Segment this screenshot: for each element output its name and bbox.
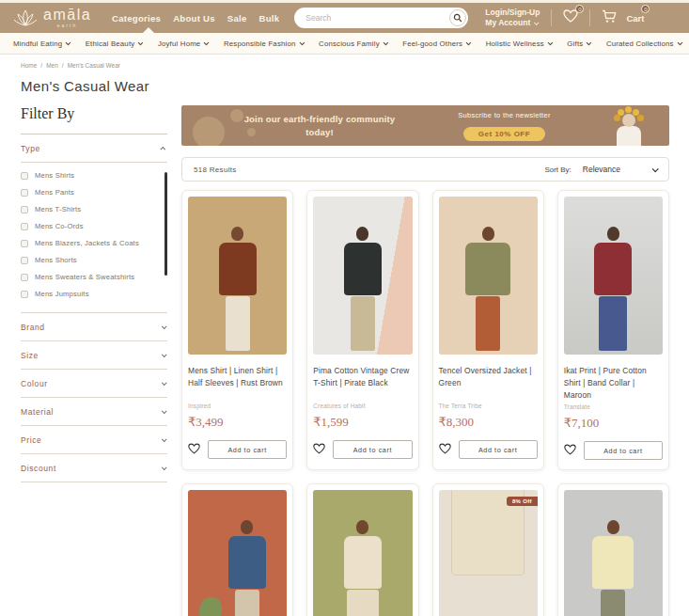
discount-badge: 8% Off <box>507 497 538 506</box>
product-card[interactable]: Mens Shirt | Linen Shirt | Half Sleeves … <box>181 190 293 470</box>
content-area: Home / Men / Men's Casual Wear Men's Cas… <box>0 55 689 616</box>
product-card[interactable] <box>181 483 293 616</box>
filter-option-mens-shirts[interactable]: Mens Shirts <box>21 171 167 180</box>
page: amāla earth Categories About Us Sale Bul… <box>0 0 689 616</box>
product-card[interactable]: Tencel Oversized Jacket | Green The Terr… <box>432 190 544 470</box>
heart-icon <box>564 444 576 458</box>
wishlist-button[interactable]: 0 <box>563 9 578 26</box>
login-signup-label: Login/Sign-Up <box>485 8 540 18</box>
heart-icon <box>313 443 325 457</box>
product-card[interactable]: 8% Off <box>432 483 544 616</box>
banner-decoration <box>193 117 225 146</box>
wishlist-toggle[interactable] <box>439 443 451 457</box>
filter-section-material[interactable]: Material <box>21 398 167 426</box>
account-menu[interactable]: Login/Sign-Up My Account <box>485 8 540 28</box>
filter-option-mens-shorts[interactable]: Mens Shorts <box>21 256 167 264</box>
filter-option-mens-tshirts[interactable]: Mens T-Shirts <box>21 205 167 213</box>
nav-about-us[interactable]: About Us <box>173 13 215 24</box>
chevron-down-icon <box>652 166 659 172</box>
results-bar: 518 Results Sort By: Relevance <box>181 157 669 182</box>
product-title[interactable]: Pima Cotton Vintage Crew T-Shirt | Pirat… <box>313 365 412 401</box>
filter-option-mens-blazers[interactable]: Mens Blazers, Jackets & Coats <box>21 239 167 247</box>
heart-icon <box>439 443 451 457</box>
checkbox[interactable] <box>21 240 28 247</box>
product-image <box>564 490 663 616</box>
site-header: amāla earth Categories About Us Sale Bul… <box>0 3 689 33</box>
filter-section-brand[interactable]: Brand <box>21 313 167 341</box>
search-icon <box>453 11 462 25</box>
product-brand: Translate <box>564 403 663 410</box>
checkbox[interactable] <box>21 291 28 298</box>
wishlist-toggle[interactable] <box>313 443 325 457</box>
sort-dropdown[interactable]: Sort By: Relevance <box>544 165 657 174</box>
subnav-item-gifts[interactable]: Gifts <box>567 39 590 48</box>
subnav-item-mindful-eating[interactable]: Mindful Eating <box>13 39 70 48</box>
breadcrumb-current: Men's Casual Wear <box>68 62 120 69</box>
chevron-down-icon <box>66 40 70 45</box>
categories-menu-caret <box>143 27 154 33</box>
checkbox[interactable] <box>21 172 28 180</box>
subnav-item-feel-good-others[interactable]: Feel-good Others <box>402 39 469 48</box>
add-to-cart-button[interactable]: Add to cart <box>459 440 538 459</box>
main-nav: Categories About Us Sale Bulk <box>112 13 279 24</box>
chevron-up-icon <box>160 147 165 152</box>
filter-option-mens-co-ords[interactable]: Mens Co-Ords <box>21 222 167 230</box>
results-count: 518 Results <box>194 166 237 174</box>
subnav-item-ethical-beauty[interactable]: Ethical Beauty <box>86 39 142 48</box>
nav-categories[interactable]: Categories <box>112 13 161 24</box>
product-card[interactable] <box>306 483 418 616</box>
product-title[interactable]: Ikat Print | Pure Cotton Shirt | Band Co… <box>564 365 663 402</box>
checkbox[interactable] <box>21 206 28 213</box>
product-title[interactable]: Tencel Oversized Jacket | Green <box>439 365 538 401</box>
cart-button[interactable]: 0 Cart <box>602 9 644 27</box>
filter-option-mens-jumpsuits[interactable]: Mens Jumpsuits <box>21 290 167 298</box>
subnav-item-joyful-home[interactable]: Joyful Home <box>158 39 208 48</box>
results-main: Join our earth-friendly community today!… <box>181 105 669 616</box>
logo[interactable]: amāla earth <box>13 8 91 28</box>
breadcrumb-home[interactable]: Home <box>21 62 37 69</box>
product-price: ₹3,499 <box>188 415 287 430</box>
wishlist-toggle[interactable] <box>188 443 200 457</box>
search-button[interactable] <box>449 9 466 26</box>
add-to-cart-button[interactable]: Add to cart <box>333 440 412 459</box>
subnav-item-responsible-fashion[interactable]: Responsible Fashion <box>224 39 303 48</box>
checkbox[interactable] <box>21 257 28 264</box>
subnav-item-curated-collections[interactable]: Curated Collections <box>606 39 681 48</box>
product-brand: The Terra Tribe <box>439 403 538 409</box>
product-image <box>439 197 538 355</box>
product-price: ₹7,100 <box>564 416 663 431</box>
chevron-down-icon <box>204 40 209 45</box>
add-to-cart-button[interactable]: Add to cart <box>584 441 663 460</box>
product-card[interactable]: Pima Cotton Vintage Crew T-Shirt | Pirat… <box>306 190 418 470</box>
checkbox[interactable] <box>21 274 28 281</box>
chevron-down-icon <box>587 40 591 45</box>
chevron-down-icon <box>534 20 540 25</box>
chevron-down-icon <box>678 40 682 45</box>
filter-option-mens-pants[interactable]: Mens Pants <box>21 188 167 197</box>
checkbox[interactable] <box>21 223 28 230</box>
product-card[interactable]: Ikat Print | Pure Cotton Shirt | Band Co… <box>557 190 669 470</box>
wishlist-toggle[interactable] <box>564 444 576 458</box>
product-title[interactable]: Mens Shirt | Linen Shirt | Half Sleeves … <box>188 365 287 401</box>
subnav-item-conscious-family[interactable]: Conscious Family <box>319 39 386 48</box>
nav-bulk[interactable]: Bulk <box>259 13 280 24</box>
cart-count-badge: 0 <box>641 5 650 13</box>
chevron-down-icon <box>162 408 167 414</box>
subnav-item-holistic-wellness[interactable]: Holistic Wellness <box>486 39 552 48</box>
product-card[interactable] <box>557 483 669 616</box>
search-input[interactable] <box>305 13 449 23</box>
category-subnav: Mindful Eating Ethical Beauty Joyful Hom… <box>0 33 689 55</box>
filter-section-type[interactable]: Type <box>21 134 167 163</box>
scrollbar[interactable] <box>164 172 167 276</box>
checkbox[interactable] <box>21 189 28 197</box>
filter-section-colour[interactable]: Colour <box>21 370 167 398</box>
get-10-off-button[interactable]: Get 10% OFF <box>463 127 545 141</box>
filter-section-price[interactable]: Price <box>21 426 167 454</box>
add-to-cart-button[interactable]: Add to cart <box>208 440 287 459</box>
filter-section-size[interactable]: Size <box>21 341 167 370</box>
filter-option-mens-sweaters[interactable]: Mens Sweaters & Sweatshirts <box>21 273 167 281</box>
chevron-down-icon <box>162 324 167 329</box>
filter-section-discount[interactable]: Discount <box>21 454 167 482</box>
breadcrumb-men[interactable]: Men <box>46 62 58 69</box>
nav-sale[interactable]: Sale <box>227 13 247 24</box>
